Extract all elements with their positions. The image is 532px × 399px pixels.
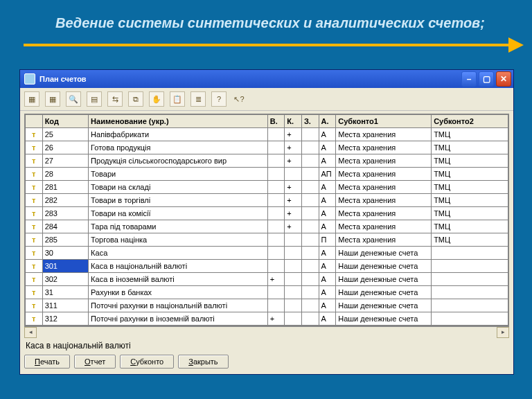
cell-z[interactable] [301, 247, 319, 260]
table-row[interactable]: т31Рахунки в банкахАНаши денежные счета [26, 286, 508, 299]
cell-code[interactable]: 301 [42, 260, 88, 273]
col-code-header[interactable]: Код [42, 115, 88, 128]
cell-sub2[interactable]: ТМЦ [432, 128, 508, 141]
table-row[interactable]: т284Тара під товарами+АМеста храненияТМЦ [26, 220, 508, 233]
cell-k[interactable] [285, 299, 302, 312]
table-row[interactable]: т28ТовариАПМеста храненияТМЦ [26, 168, 508, 181]
cell-name[interactable]: Тара під товарами [89, 220, 268, 233]
cell-sub1[interactable]: Места хранения [336, 128, 432, 141]
col-v-header[interactable]: В. [267, 115, 285, 128]
tool-tree-icon[interactable]: ≣ [190, 91, 206, 107]
cell-v[interactable] [267, 207, 285, 220]
table-row[interactable]: т282Товари в торгівлі+АМеста храненияТМЦ [26, 194, 508, 207]
cell-name[interactable]: Товари на комісії [89, 207, 268, 220]
cell-k[interactable] [285, 168, 302, 181]
cell-k[interactable]: + [285, 207, 302, 220]
cell-code[interactable]: 312 [42, 312, 88, 326]
scroll-right-icon[interactable]: ▸ [497, 327, 509, 338]
cell-sub2[interactable]: ТМЦ [432, 154, 508, 168]
horizontal-scrollbar[interactable]: ◂ ▸ [24, 326, 509, 338]
close-window-button[interactable]: Закрыть [178, 355, 228, 369]
cell-name[interactable]: Товари [89, 168, 268, 181]
cell-z[interactable] [301, 260, 319, 273]
cell-a[interactable]: А [319, 260, 336, 273]
cell-k[interactable] [285, 247, 302, 260]
cell-a[interactable]: А [319, 247, 336, 260]
cell-k[interactable]: + [285, 141, 302, 154]
cell-name[interactable]: Каса в національній валюті [89, 260, 268, 273]
cell-v[interactable] [267, 220, 285, 233]
table-row[interactable]: т301Каса в національній валютіАНаши дене… [26, 260, 508, 273]
cell-code[interactable]: 311 [42, 299, 88, 312]
cell-sub2[interactable] [432, 312, 508, 326]
cell-sub2[interactable]: ТМЦ [432, 233, 508, 247]
report-button[interactable]: Отчет [74, 355, 116, 369]
cell-a[interactable]: А [319, 220, 336, 233]
tool-new-icon[interactable]: ▦ [24, 91, 39, 107]
col-sub1-header[interactable]: Субконто1 [336, 115, 432, 128]
cell-name[interactable]: Продукція сільськогосподарського вир [89, 154, 268, 168]
cell-v[interactable] [267, 128, 285, 141]
cell-v[interactable] [267, 286, 285, 299]
cell-z[interactable] [301, 220, 319, 233]
cell-sub2[interactable] [432, 247, 508, 260]
cell-sub2[interactable] [432, 273, 508, 286]
table-row[interactable]: т312Поточні рахунки в іноземній валюті+А… [26, 312, 508, 326]
cell-sub2[interactable]: ТМЦ [432, 168, 508, 181]
col-k-header[interactable]: К. [285, 115, 302, 128]
cell-code[interactable]: 26 [42, 141, 88, 154]
col-name-header[interactable]: Наименование (укр.) [89, 115, 268, 128]
cell-v[interactable] [267, 194, 285, 207]
cell-sub1[interactable]: Наши денежные счета [336, 286, 432, 299]
cell-sub2[interactable]: ТМЦ [432, 207, 508, 220]
table-row[interactable]: т26Готова продукція+АМеста храненияТМЦ [26, 141, 508, 154]
cell-z[interactable] [301, 207, 319, 220]
col-z-header[interactable]: З. [301, 115, 319, 128]
cell-sub2[interactable] [432, 260, 508, 273]
cell-sub1[interactable]: Места хранения [336, 233, 432, 247]
tool-paste-icon[interactable]: 📋 [170, 91, 185, 107]
titlebar[interactable]: План счетов – ▢ ✕ [20, 70, 513, 88]
table-row[interactable]: т25Напівфабрикати+АМеста храненияТМЦ [26, 128, 508, 141]
col-sub2-header[interactable]: Субконто2 [432, 115, 508, 128]
cell-sub1[interactable]: Места хранения [336, 194, 432, 207]
cell-z[interactable] [301, 154, 319, 168]
cell-code[interactable]: 281 [42, 181, 88, 194]
cell-sub2[interactable] [432, 286, 508, 299]
cell-v[interactable] [267, 141, 285, 154]
cell-name[interactable]: Каса [89, 247, 268, 260]
cell-a[interactable]: А [319, 128, 336, 141]
tool-whatsthis-icon[interactable]: ↖? [232, 92, 246, 106]
cell-code[interactable]: 282 [42, 194, 88, 207]
cell-code[interactable]: 302 [42, 273, 88, 286]
cell-code[interactable]: 30 [42, 247, 88, 260]
cell-sub1[interactable]: Места хранения [336, 168, 432, 181]
cell-code[interactable]: 285 [42, 233, 88, 247]
cell-z[interactable] [301, 141, 319, 154]
cell-a[interactable]: А [319, 207, 336, 220]
cell-a[interactable]: А [319, 286, 336, 299]
cell-z[interactable] [301, 168, 319, 181]
cell-z[interactable] [301, 312, 319, 326]
cell-name[interactable]: Готова продукція [89, 141, 268, 154]
cell-z[interactable] [301, 128, 319, 141]
cell-sub2[interactable] [432, 299, 508, 312]
cell-a[interactable]: А [319, 154, 336, 168]
cell-sub1[interactable]: Наши денежные счета [336, 312, 432, 326]
col-a-header[interactable]: А. [319, 115, 336, 128]
cell-a[interactable]: А [319, 181, 336, 194]
cell-name[interactable]: Поточні рахунки в іноземній валюті [89, 312, 268, 326]
col-icon-header[interactable] [26, 115, 43, 128]
cell-v[interactable] [267, 233, 285, 247]
cell-k[interactable]: + [285, 154, 302, 168]
cell-z[interactable] [301, 286, 319, 299]
cell-z[interactable] [301, 299, 319, 312]
cell-v[interactable]: + [267, 312, 285, 326]
maximize-button[interactable]: ▢ [479, 71, 494, 87]
cell-code[interactable]: 28 [42, 168, 88, 181]
cell-z[interactable] [301, 181, 319, 194]
cell-code[interactable]: 283 [42, 207, 88, 220]
cell-sub2[interactable]: ТМЦ [432, 181, 508, 194]
cell-name[interactable]: Торгова націнка [89, 233, 268, 247]
cell-name[interactable]: Товари в торгівлі [89, 194, 268, 207]
